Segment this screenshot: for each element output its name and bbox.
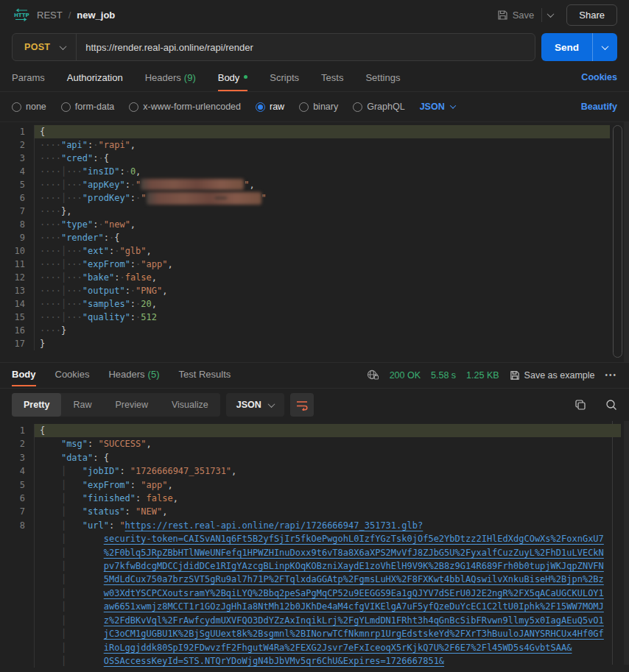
top-bar: HTTP REST / new_job Save Share: [0, 0, 629, 29]
code-line: 6····│···"prodKey":·"": [0, 191, 629, 205]
tab-scripts[interactable]: Scripts: [270, 69, 299, 91]
line-number: 3: [0, 451, 34, 464]
response-tab-cookies[interactable]: Cookies: [55, 369, 90, 386]
line-number: 12: [0, 271, 34, 284]
code-line: │ security-token=CAISvAN1q6Ft5B2yfSjIr5f…: [0, 532, 629, 545]
save-options-button[interactable]: [541, 8, 559, 22]
line-number: 9: [0, 231, 34, 244]
tab-body[interactable]: Body: [218, 69, 248, 91]
chevron-down-icon: [547, 10, 555, 18]
copy-button[interactable]: [574, 399, 586, 411]
line-number: 11: [0, 258, 34, 271]
tab-authorization[interactable]: Authorization: [67, 69, 123, 91]
response-language-selector[interactable]: JSON: [226, 393, 284, 417]
save-icon: [510, 370, 520, 381]
code-line: │ OSSAccessKeyId=STS.NTQrYDoWjgN4bJbVMv5…: [0, 654, 629, 668]
body-type-radio-graphql[interactable]: GraphQL: [353, 102, 404, 112]
line-number: 2: [0, 437, 34, 450]
code-line: 13····│···"output":·"PNG",: [0, 284, 629, 297]
code-line: │ jC3oCM1gUGBU1K%2BjSgUUext8k%2Bsgmnl%2B…: [0, 627, 629, 640]
request-body-editor[interactable]: 1{2····"api":·"rapi",3····"cred":·{4····…: [0, 121, 629, 362]
body-present-dot: [244, 75, 247, 79]
view-visualize[interactable]: Visualize: [160, 393, 220, 417]
body-type-radio-x-www-form-urlencoded[interactable]: x-www-form-urlencoded: [129, 102, 241, 112]
page-scrollbar[interactable]: [624, 421, 629, 665]
breadcrumb-request-name[interactable]: new_job: [77, 10, 115, 21]
body-type-radio-form-data[interactable]: form-data: [61, 102, 115, 112]
line-number: 6: [0, 492, 34, 505]
response-url-link[interactable]: https://rest.real-api.online/rapi/172666…: [125, 520, 424, 531]
response-url-link[interactable]: security-token=CAISvAN1q6Ft5B2yfSjIr5fkO…: [104, 534, 604, 544]
code-line: │ 5MdLdCux750a7brzSVT5gRu9al7h71P%2FTqlx…: [0, 573, 629, 586]
more-actions-button[interactable]: •••: [605, 371, 617, 379]
line-number: [0, 532, 34, 545]
response-url-link[interactable]: w03XdtYSCPCXoutsramY%2BqiLYQ%2Bbq2peSaPg…: [104, 588, 604, 598]
copy-icon: [574, 399, 586, 411]
response-tab-headers[interactable]: Headers(5): [108, 369, 159, 386]
line-number: 10: [0, 244, 34, 258]
body-type-radio-raw[interactable]: raw: [256, 102, 284, 112]
code-line: 5····│···"appKey":·"",: [0, 178, 629, 191]
tab-headers[interactable]: Headers(9): [145, 69, 196, 91]
response-url-link[interactable]: iRoLggjddk80SpI92FDwvzfF2FhgutW4Ra%2FEXG…: [104, 643, 572, 653]
body-type-radio-binary[interactable]: binary: [299, 102, 338, 112]
send-button-group: Send: [541, 33, 617, 61]
response-body-viewer[interactable]: 1{2 "msg": "SUCCESS",3 "data": {4 │ "job…: [0, 421, 629, 665]
response-url-link[interactable]: OSSAccessKeyId=STS.NTQrYDoWjgN4bJbVMv5qr…: [104, 656, 444, 666]
send-options-button[interactable]: [592, 33, 617, 61]
tab-tests[interactable]: Tests: [321, 69, 343, 91]
breadcrumb-collection[interactable]: REST: [37, 10, 63, 21]
status-badge[interactable]: 200 OK: [390, 370, 421, 381]
beautify-link[interactable]: Beautify: [581, 102, 617, 112]
response-tab-test-results[interactable]: Test Results: [179, 369, 231, 386]
tab-settings[interactable]: Settings: [365, 69, 400, 91]
body-language-selector[interactable]: JSON: [420, 102, 455, 112]
response-url-link[interactable]: aw6651xwmjz8MCCT1r1GOzJgHhIa8NtMh12b0JKh…: [104, 601, 604, 612]
response-url-link[interactable]: %2F0blq5JRpZBbHTlNWeUNFefq1HPWZHInuDoxx9…: [104, 548, 604, 558]
network-info-icon[interactable]: [367, 369, 379, 381]
code-line: 9····"render":·{: [0, 231, 629, 244]
line-number: 1: [0, 125, 34, 138]
method-label: POST: [24, 42, 50, 52]
send-button[interactable]: Send: [541, 33, 592, 61]
code-line: 3····"cred":·{: [0, 152, 629, 165]
editor-scrollbar-thumb[interactable]: [613, 125, 622, 358]
line-number: [0, 600, 34, 613]
response-url-link[interactable]: jC3oCM1gUGBU1K%2BjSgUUext8k%2Bsgmnl%2BIN…: [104, 629, 604, 639]
tab-params[interactable]: Params: [12, 69, 45, 91]
code-line: 14····│···"samples":·20,: [0, 297, 629, 311]
response-size[interactable]: 1.25 KB: [466, 370, 499, 381]
line-number: 14: [0, 297, 34, 311]
body-type-radio-none[interactable]: none: [12, 102, 46, 112]
response-tab-body[interactable]: Body: [12, 369, 36, 386]
save-button[interactable]: Save: [490, 5, 542, 25]
code-line: 6 │ "finished": false,: [0, 492, 629, 505]
response-url-link[interactable]: 5MdLdCux750a7brzSVT5gRu9al7h71P%2FTqlxda…: [104, 574, 604, 584]
code-line: │ w03XdtYSCPCXoutsramY%2BqiLYQ%2Bbq2peSa…: [0, 587, 629, 600]
view-preview[interactable]: Preview: [103, 393, 159, 417]
wrap-text-button[interactable]: [290, 393, 314, 417]
save-as-example-button[interactable]: Save as example: [510, 370, 595, 381]
code-line: 2 "msg": "SUCCESS",: [0, 437, 629, 450]
share-button[interactable]: Share: [566, 4, 617, 26]
url-input[interactable]: https://render.real-api.online/rapi/rend…: [77, 42, 253, 53]
radio-icon: [129, 102, 138, 112]
code-line: 7····},: [0, 205, 629, 218]
line-number: 7: [0, 505, 34, 518]
wrap-text-icon: [295, 399, 309, 411]
response-time[interactable]: 5.58 s: [431, 370, 456, 381]
cookies-link[interactable]: Cookies: [581, 72, 617, 82]
view-raw[interactable]: Raw: [61, 393, 103, 417]
method-selector[interactable]: POST: [13, 34, 76, 60]
line-number: [0, 614, 34, 627]
line-number: 6: [0, 191, 34, 205]
search-button[interactable]: [605, 399, 617, 411]
response-url-link[interactable]: pv7kfwBdcgMDCCjdidDCe1RIgYAzcgBLinpKOqKO…: [104, 561, 604, 571]
line-number: 8: [0, 519, 34, 532]
view-pretty[interactable]: Pretty: [12, 393, 61, 417]
page-scrollbar[interactable]: [624, 122, 629, 362]
response-url-link[interactable]: z%2FdBKvVql%2FrAwfcydmUXVFQO3DdYZzAxInqi…: [104, 615, 604, 626]
line-number: [0, 559, 34, 573]
code-line: 3 "data": {: [0, 451, 629, 464]
line-number: 5: [0, 478, 34, 492]
